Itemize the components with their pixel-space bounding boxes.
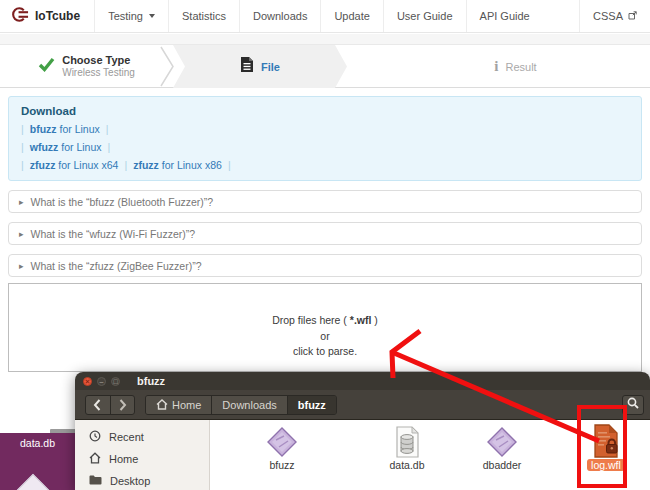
file-name: dbadder	[483, 459, 522, 471]
step-subtitle: Wireless Testing	[62, 67, 135, 79]
sidebar-item-home[interactable]: Home	[75, 448, 209, 470]
link-bold: bfuzz	[30, 123, 57, 135]
faq-question: What is the “zfuzz (ZigBee Fuzzer)”?	[31, 260, 202, 272]
file-item-data-db[interactable]: data.db	[369, 422, 445, 471]
nav-item-downloads[interactable]: Downloads	[239, 0, 320, 32]
brand-name: IoTcube	[35, 9, 80, 23]
brand[interactable]: IoTcube	[0, 0, 94, 32]
sidebar-item-label: Recent	[109, 431, 144, 443]
sidebar-item-label: Desktop	[110, 475, 150, 487]
file-item-dbadder[interactable]: dbadder	[464, 422, 540, 471]
home-icon	[156, 399, 168, 412]
file-grid: bfuzz data.db	[210, 420, 650, 490]
dropzone-text: Drop files here (	[272, 314, 350, 326]
external-link-icon	[628, 10, 637, 22]
nav-item-label: Testing	[108, 10, 143, 22]
breadcrumb: Home Downloads bfuzz	[145, 395, 337, 415]
sidebar-item-desktop[interactable]: Desktop	[75, 470, 209, 490]
executable-diamond-icon	[266, 422, 298, 458]
faq-accordion-zfuzz[interactable]: ▸ What is the “zfuzz (ZigBee Fuzzer)”?	[8, 254, 642, 277]
home-icon	[89, 452, 101, 466]
sidebar-item-label: Home	[109, 453, 138, 465]
step-result[interactable]: i Result	[347, 45, 650, 88]
file-name: bfuzz	[269, 459, 294, 471]
link-bold: zfuzz	[30, 159, 56, 171]
window-toolbar: Home Downloads bfuzz	[75, 390, 650, 420]
file-dropzone[interactable]: Drop files here ( *.wfl ) or click to pa…	[8, 283, 642, 372]
step-file[interactable]: File	[173, 45, 347, 88]
step-title: File	[261, 61, 280, 73]
nav-item-update[interactable]: Update	[320, 0, 382, 32]
breadcrumb-label: Home	[172, 399, 201, 411]
file-item-bfuzz[interactable]: bfuzz	[244, 422, 320, 471]
dropzone-line3: click to parse.	[9, 344, 641, 360]
back-button[interactable]	[86, 396, 110, 414]
file-manager-window: ✕ – □ bfuzz Home	[75, 372, 650, 490]
separator: |	[106, 123, 109, 135]
separator: |	[228, 159, 231, 171]
download-link-wfuzz-linux[interactable]: wfuzz for Linux	[30, 141, 102, 153]
link-rest: for Linux x86	[159, 159, 222, 171]
link-rest: for Linux	[58, 141, 101, 153]
desktop-fragment: data.db	[0, 433, 75, 490]
close-button[interactable]: ✕	[83, 377, 92, 386]
desktop-file-icon	[12, 474, 54, 490]
breadcrumb-home[interactable]: Home	[146, 396, 211, 414]
nav-item-testing[interactable]: Testing	[94, 0, 168, 32]
nav-item-user-guide[interactable]: User Guide	[383, 0, 466, 32]
nav-item-label: Downloads	[253, 10, 307, 22]
download-row-wfuzz: | wfuzz for Linux |	[21, 141, 629, 153]
download-link-bfuzz-linux[interactable]: bfuzz for Linux	[30, 123, 100, 135]
faq-accordion-bfuzz[interactable]: ▸ What is the “bfuzz (Bluetooth Fuzzer)”…	[8, 190, 642, 213]
download-link-zfuzz-x64[interactable]: zfuzz for Linux x64	[30, 159, 119, 171]
forward-button[interactable]	[110, 396, 135, 414]
file-name: log.wfl	[587, 459, 625, 471]
nav-item-label: Update	[334, 10, 369, 22]
file-item-log-wfl[interactable]: log.wfl	[568, 422, 644, 471]
search-button[interactable]	[622, 395, 644, 415]
executable-diamond-icon	[486, 422, 518, 458]
caret-right-icon: ▸	[19, 229, 24, 239]
nav-item-label: API Guide	[480, 10, 530, 22]
page: IoTcube Testing Statistics Downloads Upd…	[0, 0, 650, 490]
download-row-bfuzz: | bfuzz for Linux |	[21, 123, 629, 135]
chevron-down-icon	[149, 14, 155, 18]
download-link-zfuzz-x86[interactable]: zfuzz for Linux x86	[133, 159, 222, 171]
link-bold: wfuzz	[30, 141, 59, 153]
minimize-button[interactable]: –	[97, 377, 106, 386]
clock-icon	[89, 430, 101, 444]
download-title: Download	[21, 105, 629, 117]
caret-right-icon: ▸	[19, 261, 24, 271]
desktop-file-label: data.db	[0, 437, 75, 449]
step-choose-type[interactable]: Choose Type Wireless Testing	[0, 45, 173, 88]
separator: |	[21, 123, 24, 135]
breadcrumb-bfuzz[interactable]: bfuzz	[287, 396, 336, 414]
caret-right-icon: ▸	[19, 197, 24, 207]
faq-question: What is the “bfuzz (Bluetooth Fuzzer)”?	[31, 196, 214, 208]
wfl-document-lock-icon	[592, 422, 620, 458]
nav-item-api-guide[interactable]: API Guide	[466, 0, 543, 32]
iotcube-logo-icon	[10, 5, 29, 28]
maximize-button[interactable]: □	[111, 377, 120, 386]
separator: |	[21, 141, 24, 153]
top-nav: IoTcube Testing Statistics Downloads Upd…	[0, 0, 650, 33]
check-icon	[38, 57, 55, 76]
places-sidebar: Recent Home Desktop	[75, 420, 210, 490]
window-titlebar[interactable]: ✕ – □ bfuzz	[75, 372, 650, 390]
nav-link-cssa[interactable]: CSSA	[579, 0, 650, 32]
header-divider-strip	[0, 34, 650, 45]
faq-question: What is the “wfuzz (Wi-Fi Fuzzer)”?	[31, 228, 196, 240]
window-title: bfuzz	[137, 375, 165, 387]
breadcrumb-label: Downloads	[222, 399, 276, 411]
file-name: data.db	[389, 459, 424, 471]
dropzone-ext: *.wfl	[350, 314, 372, 326]
separator: |	[21, 159, 24, 171]
window-body: Recent Home Desktop	[75, 420, 650, 490]
folder-icon	[89, 474, 102, 487]
sidebar-item-recent[interactable]: Recent	[75, 426, 209, 448]
faq-accordion-wfuzz[interactable]: ▸ What is the “wfuzz (Wi-Fi Fuzzer)”?	[8, 222, 642, 245]
search-icon	[626, 396, 640, 414]
nav-item-statistics[interactable]: Statistics	[168, 0, 239, 32]
breadcrumb-downloads[interactable]: Downloads	[211, 396, 286, 414]
separator: |	[124, 159, 127, 171]
